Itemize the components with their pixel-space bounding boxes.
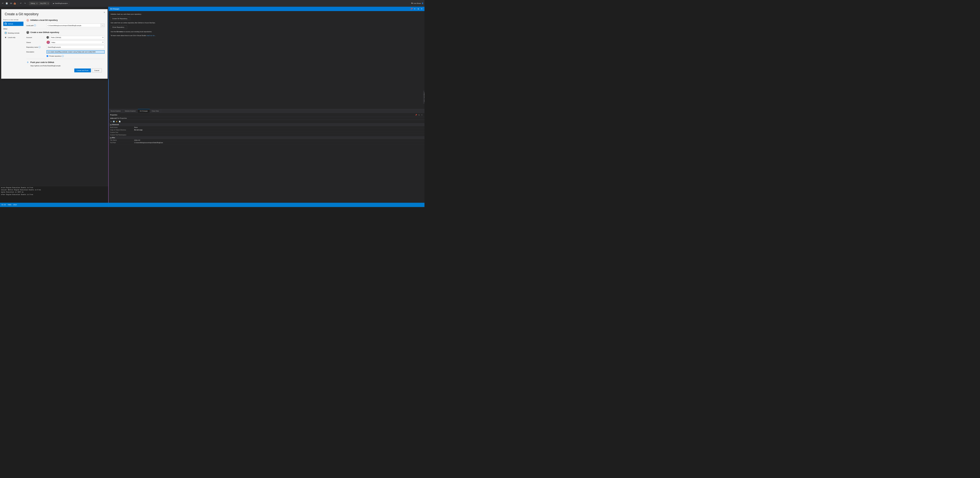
props-prop-page-btn[interactable]: 📄 <box>118 120 121 123</box>
props-pin-btn[interactable]: 📌 <box>415 114 417 116</box>
read-our-link[interactable]: read our do... <box>146 34 156 36</box>
user-avatar: 👤 <box>422 3 423 4</box>
debug-config-dropdown[interactable]: Debug <box>29 2 38 5</box>
panel-minimize-btn[interactable]: ▾ <box>414 8 416 10</box>
output-text: erore Engine Execution Events in 0 ms na… <box>0 186 108 197</box>
props-custom-tool-ns-label: Custom Tool Namespace <box>109 134 133 136</box>
cancel-btn[interactable]: Cancel <box>92 68 102 72</box>
browse-btn[interactable]: ... <box>101 24 105 27</box>
sidebar-item-local-only[interactable]: 🖥 Local only <box>3 35 24 40</box>
props-file-name-label: File Name <box>109 139 133 141</box>
panel-close-btn[interactable]: ✕ <box>420 8 423 10</box>
run-icon: ▶ <box>53 3 54 4</box>
props-sort-alpha-btn[interactable]: 🔤 <box>112 120 115 123</box>
props-copy-output-value: Do not copy <box>133 129 424 131</box>
tab-class-view[interactable]: Class View <box>150 109 161 113</box>
git-changes-content: Initialize, back up, and share your repo… <box>109 11 425 109</box>
private-repo-label[interactable]: Private repository i <box>49 55 64 57</box>
live-share-btn[interactable]: ⇆ Live Share 👤 <box>411 3 423 4</box>
toolbar-publish-btn[interactable]: 📤 <box>13 2 17 5</box>
tab-solution-explorer[interactable]: Solution Explorer <box>123 109 138 113</box>
live-share-icon: ⇆ <box>411 3 413 4</box>
props-file-props-label: File Properties <box>117 118 127 119</box>
push-section-title: Push your code to GitHub <box>30 61 54 64</box>
toolbar-undo-btn[interactable]: ↩ <box>19 2 22 5</box>
toolbar-save-btn[interactable]: 💾 <box>5 2 8 5</box>
description-input[interactable] <box>47 50 105 54</box>
private-repo-row: Private repository i <box>47 55 105 57</box>
tab-git-changes[interactable]: Git Changes <box>138 109 150 113</box>
description-row: Description <box>26 50 105 54</box>
init-text: Initialize, back up, and share your repo… <box>111 13 423 15</box>
tab-device-explorer[interactable]: Device Explorer <box>109 109 123 113</box>
dialog-footer: Create and Push Cancel <box>26 67 105 75</box>
local-path-input[interactable] <box>47 24 101 27</box>
account-row: Account Feiko (GitHub) <box>26 36 105 39</box>
status-line-ending: CRLF <box>13 204 17 206</box>
panel-pin-btn[interactable]: 📌 <box>410 8 413 10</box>
diagnostic-tools-tab[interactable]: Diagnostic Tools <box>423 91 425 103</box>
github-icon <box>5 22 7 25</box>
repo-name-row: Repository name i <box>26 46 105 49</box>
account-dropdown[interactable]: Feiko (GitHub) <box>50 36 105 39</box>
toolbar-save-all-btn[interactable]: 🗂 <box>9 2 13 5</box>
local-only-label: Local only <box>8 37 15 38</box>
table-row: Custom Tool <box>109 131 425 134</box>
sidebar-item-github[interactable]: GitHub <box>3 22 24 26</box>
toolbar: ↩ 💾 🗂 📤 ↩ ↪ Debug Any CPU ▶ StaticBlogEx… <box>0 0 425 7</box>
repo-name-input[interactable] <box>47 46 105 49</box>
properties-header-controls: 📌 ⧉ ✕ <box>415 114 423 116</box>
table-row: Copy to Output Directory Do not copy <box>109 129 425 131</box>
create-push-btn[interactable]: Create and Push <box>75 68 91 72</box>
output-line-1: erore Engine Execution Events in 0 ms <box>1 186 107 189</box>
existing-remote-icon: 🌐 <box>5 32 7 34</box>
live-share-label: Live Share <box>414 3 421 4</box>
table-row: Custom Tool Namespace <box>109 134 425 136</box>
panel-float-btn[interactable]: ⧉ <box>417 8 420 10</box>
props-event-btn[interactable]: ⚡ <box>115 120 118 123</box>
create-git-repo-btn[interactable]: Create Git Repository... <box>111 17 130 20</box>
project-run-btn[interactable]: ▶ StaticBlogExample ▾ <box>52 2 69 5</box>
init-section-header: Initialize a local Git repository <box>26 19 105 22</box>
dialog-sidebar: Push to a new remote GitHub Other 🌐 <box>2 17 25 76</box>
existing-remote-label: Existing remote <box>8 32 19 34</box>
local-path-row: Local path i ... <box>26 24 105 27</box>
props-close-btn[interactable]: ✕ <box>421 114 423 116</box>
owner-row: Owner F Feiko <box>26 41 105 44</box>
account-label: Account <box>26 37 46 38</box>
owner-select-wrapper: F Feiko <box>47 41 105 44</box>
dialog-close-btn[interactable]: × <box>103 11 106 14</box>
props-custom-tool-ns-value <box>133 134 424 136</box>
sidebar-item-existing-remote[interactable]: 🌐 Existing remote <box>3 31 24 35</box>
owner-label: Owner <box>26 41 46 43</box>
props-sort-cat-btn[interactable]: ⊞ <box>110 120 112 123</box>
private-repo-info-icon[interactable]: i <box>62 55 64 57</box>
dialog-title: Create a Git repository <box>5 12 104 16</box>
push-section-title: Push to a new remote <box>3 19 24 21</box>
toolbar-redo-btn[interactable]: ↪ <box>23 2 27 5</box>
local-path-info-icon[interactable]: i <box>34 24 36 26</box>
clone-repo-btn[interactable]: Clone Repository... <box>111 25 127 29</box>
props-file-title: index.md File Properties <box>109 117 425 120</box>
toolbar-back-btn[interactable]: ↩ <box>1 2 4 5</box>
private-repo-checkbox[interactable] <box>47 55 48 57</box>
project-dropdown-icon: ▾ <box>67 3 68 4</box>
git-menu-bold: Git menu <box>116 30 123 32</box>
other-title: Other <box>3 28 24 30</box>
props-section-advanced: ▬ Advanced <box>109 124 425 126</box>
props-custom-tool-value <box>133 131 424 134</box>
status-position: Ch: 33 <box>2 204 6 206</box>
project-name-label: StaticBlogExample <box>55 3 67 4</box>
push-icon <box>26 61 29 64</box>
props-float-btn[interactable]: ⧉ <box>418 114 420 116</box>
cpu-config-dropdown[interactable]: Any CPU <box>38 2 49 5</box>
init-section-icon <box>26 19 29 22</box>
repo-name-info-icon[interactable]: i <box>38 46 41 48</box>
owner-dropdown[interactable]: Feiko <box>51 41 105 44</box>
props-build-action-value: None <box>133 126 424 129</box>
description-label: Description <box>26 51 46 53</box>
account-github-icon <box>47 36 49 39</box>
dialog-backdrop: erore Engine Execution Events in 0 ms na… <box>0 7 108 207</box>
account-select-wrapper: Feiko (GitHub) <box>47 36 105 39</box>
status-bar: Ch: 33 TABS CRLF <box>0 203 425 207</box>
